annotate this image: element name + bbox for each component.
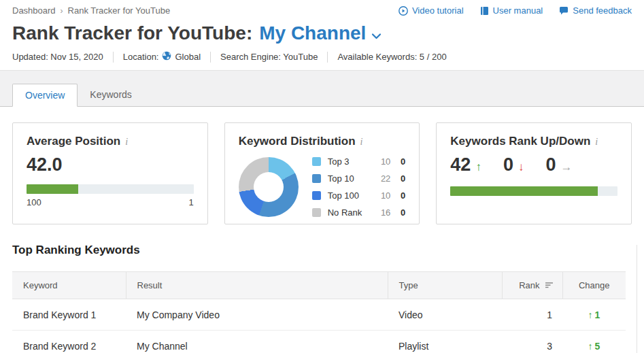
average-position-title: Average Position i	[27, 135, 194, 148]
rank-up-value: 42	[450, 154, 471, 175]
rank-header-label: Rank	[519, 280, 539, 290]
cell-result: My Company Video	[126, 299, 388, 331]
column-header-result[interactable]: Result	[126, 272, 388, 299]
legend-count: 16	[373, 207, 390, 218]
legend-count: 10	[373, 190, 390, 201]
cell-type: Playlist	[388, 331, 502, 353]
summary-cards: Average Position i 42.0 100 1 Keyword Di…	[12, 122, 632, 224]
average-position-card: Average Position i 42.0 100 1	[12, 122, 208, 224]
info-icon[interactable]: i	[125, 137, 128, 148]
column-header-keyword[interactable]: Keyword	[12, 272, 126, 299]
keyword-distribution-legend: Top 3 10 0 Top 10 22 0 Top 100 10	[312, 155, 406, 219]
change-up-arrow-icon: ↑	[588, 309, 593, 320]
rank-up-down-bar-fill	[450, 186, 597, 196]
rank-same-value: 0	[545, 154, 556, 175]
channel-name: My Channel	[259, 22, 366, 44]
legend-change: 0	[390, 173, 405, 184]
card-title-text: Keywords Rank Up/Down	[450, 135, 590, 148]
arrow-right-icon: →	[560, 161, 572, 174]
send-feedback-label: Send feedback	[573, 5, 632, 16]
average-position-value: 42.0	[27, 154, 194, 175]
legend-count: 22	[373, 173, 390, 184]
location-meta: Location: Global	[123, 51, 201, 63]
cell-result: My Channel	[126, 331, 388, 353]
send-feedback-link[interactable]: Send feedback	[559, 5, 632, 16]
change-up-arrow-icon: ↑	[588, 341, 593, 352]
video-tutorial-label: Video tutorial	[412, 5, 464, 16]
page-header: Dashboard › Rank Tracker for YouTube Vid…	[0, 0, 644, 71]
breadcrumb-separator-icon: ›	[61, 6, 63, 16]
column-header-rank[interactable]: Rank	[502, 272, 562, 299]
column-header-type[interactable]: Type	[388, 272, 502, 299]
column-header-change[interactable]: Change	[562, 272, 626, 299]
header-links: Video tutorial User manual Send feedback	[399, 5, 632, 16]
cell-keyword: Brand Keyword 1	[12, 299, 126, 331]
sort-descending-icon	[545, 280, 554, 290]
channel-selector[interactable]: My Channel	[259, 22, 382, 44]
rank-up-down-bar-track	[450, 186, 617, 196]
card-title-text: Keyword Distribution	[239, 135, 356, 148]
video-tutorial-link[interactable]: Video tutorial	[399, 5, 464, 16]
location-value: Global	[175, 52, 201, 62]
tab-keywords[interactable]: Keywords	[78, 84, 143, 107]
scale-max-label: 1	[188, 197, 193, 207]
breadcrumb: Dashboard › Rank Tracker for YouTube	[12, 5, 170, 16]
legend-item-norank: No Rank 16 0	[312, 206, 406, 219]
legend-label: No Rank	[328, 207, 373, 218]
legend-change: 0	[390, 156, 405, 167]
scale-min-label: 100	[27, 197, 41, 207]
rank-up-down-values: 42 ↑ 0 ↓ 0 →	[450, 154, 617, 175]
play-circle-icon	[399, 6, 408, 16]
breadcrumb-dashboard[interactable]: Dashboard	[12, 5, 56, 16]
location-label: Location:	[123, 52, 159, 62]
meta-divider	[327, 52, 328, 63]
legend-item-top3: Top 3 10 0	[312, 155, 406, 168]
legend-label: Top 100	[328, 190, 373, 201]
cell-type: Video	[388, 299, 502, 331]
cell-rank: 3	[502, 331, 562, 353]
average-position-bar-track	[27, 184, 194, 194]
arrow-down-icon: ↓	[518, 161, 524, 174]
book-icon	[480, 6, 489, 16]
rank-same-group: 0 →	[545, 154, 572, 175]
available-keywords-meta: Available Keywords: 5 / 200	[337, 52, 446, 62]
keyword-distribution-body: Top 3 10 0 Top 10 22 0 Top 100 10	[239, 155, 406, 219]
legend-swatch	[312, 174, 321, 183]
tab-overview[interactable]: Overview	[12, 84, 78, 107]
page-title: Rank Tracker for YouTube: My Channel	[12, 22, 382, 44]
top-ranking-keywords-title: Top Ranking Keywords	[12, 243, 632, 257]
rank-down-group: 0 ↓	[503, 154, 524, 175]
overview-panel: Average Position i 42.0 100 1 Keyword Di…	[0, 107, 644, 353]
cell-keyword: Brand Keyword 2	[12, 331, 126, 353]
legend-item-top10: Top 10 22 0	[312, 172, 406, 185]
legend-change: 0	[390, 190, 405, 201]
cell-rank: 1	[502, 299, 562, 331]
user-manual-label: User manual	[493, 5, 543, 16]
rank-up-down-card: Keywords Rank Up/Down i 42 ↑ 0 ↓ 0 →	[436, 122, 632, 224]
rank-down-value: 0	[503, 154, 513, 175]
legend-item-top100: Top 100 10 0	[312, 189, 406, 202]
legend-label: Top 3	[328, 156, 373, 167]
table-row[interactable]: Brand Keyword 1 My Company Video Video 1…	[12, 299, 626, 331]
meta-divider	[210, 52, 211, 63]
average-position-bar-fill	[27, 184, 78, 194]
keyword-distribution-title: Keyword Distribution i	[239, 135, 406, 148]
legend-swatch	[312, 157, 321, 166]
feedback-bubble-icon	[559, 6, 569, 16]
search-engine-meta: Search Engine: YouTube	[220, 52, 318, 62]
rank-up-down-title: Keywords Rank Up/Down i	[450, 135, 617, 148]
meta-divider	[113, 52, 114, 63]
user-manual-link[interactable]: User manual	[480, 5, 543, 16]
breadcrumb-current: Rank Tracker for YouTube	[68, 5, 171, 16]
info-icon[interactable]: i	[360, 137, 363, 148]
keyword-distribution-donut	[239, 157, 299, 217]
legend-swatch	[312, 208, 321, 217]
tab-bar: Overview Keywords	[0, 71, 644, 107]
report-meta: Updated: Nov 15, 2020 Location: Global S…	[12, 51, 447, 63]
table-row[interactable]: Brand Keyword 2 My Channel Playlist 3 ↑5	[12, 331, 626, 353]
card-title-text: Average Position	[27, 135, 120, 148]
keyword-distribution-card: Keyword Distribution i Top 3 10 0 Top 10	[224, 122, 420, 224]
info-icon[interactable]: i	[595, 137, 598, 148]
legend-change: 0	[390, 207, 405, 218]
arrow-up-icon: ↑	[475, 161, 481, 174]
